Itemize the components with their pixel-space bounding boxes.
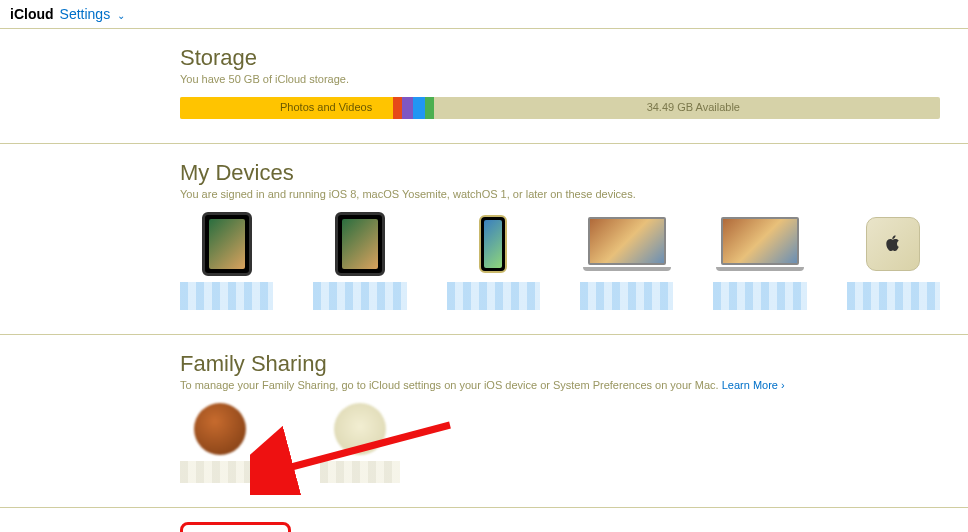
learn-more-link[interactable]: Learn More › [722,379,785,391]
device-label [580,282,673,310]
member-label [320,461,400,483]
storage-seg-4 [413,97,424,119]
storage-seg-2 [393,97,402,119]
device-macbook-1[interactable] [580,212,673,310]
devices-subtitle: You are signed in and running iOS 8, mac… [180,188,940,200]
storage-title: Storage [180,45,940,71]
annotation-box-advanced: Advanced [180,522,291,532]
family-member-1[interactable] [180,403,260,483]
macbook-icon [583,217,671,271]
device-ipad-2[interactable] [313,212,406,310]
avatar [194,403,246,455]
family-title: Family Sharing [180,351,940,377]
family-section: Family Sharing To manage your Family Sha… [0,335,968,508]
device-macbook-2[interactable] [713,212,806,310]
family-member-2[interactable] [320,403,400,483]
storage-bar[interactable]: Photos and Videos 34.49 GB Available [180,97,940,119]
devices-section: My Devices You are signed in and running… [0,144,968,335]
family-subtitle: To manage your Family Sharing, go to iCl… [180,379,940,391]
storage-seg-5 [425,97,434,119]
devices-title: My Devices [180,160,940,186]
storage-section: Storage You have 50 GB of iCloud storage… [0,29,968,144]
settings-dropdown[interactable]: Settings ⌄ [60,6,125,22]
device-label [313,282,406,310]
device-iphone[interactable] [447,212,540,310]
macbook-icon [716,217,804,271]
chevron-down-icon: ⌄ [117,10,125,21]
storage-seg-3 [402,97,413,119]
device-ipad-1[interactable] [180,212,273,310]
iphone-icon [479,215,507,273]
storage-photos-label: Photos and Videos [280,101,372,113]
settings-label: Settings [60,6,111,22]
macmini-icon [866,217,920,271]
ipad-icon [335,212,385,276]
ipad-icon [202,212,252,276]
app-header: iCloud Settings ⌄ [0,0,968,29]
device-label [447,282,540,310]
storage-available-label: 34.49 GB Available [647,101,740,113]
device-label [713,282,806,310]
member-label [180,461,260,483]
advanced-section: Advanced Restore Files Restore Contacts … [0,508,968,532]
storage-subtitle: You have 50 GB of iCloud storage. [180,73,940,85]
family-subtitle-text: To manage your Family Sharing, go to iCl… [180,379,722,391]
device-label [847,282,940,310]
icloud-brand: iCloud [10,6,54,22]
avatar [334,403,386,455]
device-label [180,282,273,310]
device-macmini[interactable] [847,212,940,310]
